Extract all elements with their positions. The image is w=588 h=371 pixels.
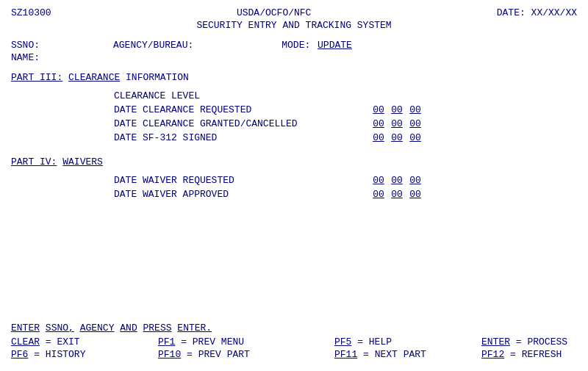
pf5-help: PF5 = HELP <box>334 336 481 347</box>
pf5-label[interactable]: PF5 <box>334 336 351 347</box>
footer-line2: CLEAR = EXIT PF1 = PREV MENU PF5 = HELP … <box>11 336 577 347</box>
waiver-app-yy[interactable]: 00 <box>408 189 423 200</box>
part4-title: PART IV: WAIVERS <box>11 156 577 168</box>
header-row: SZ10300 USDA/OCFO/NFC DATE: XX/XX/XX <box>11 7 577 18</box>
date-granted-row: DATE CLEARANCE GRANTED/CANCELLED 00 00 0… <box>11 118 577 129</box>
waiver-requested-label: DATE WAIVER REQUESTED <box>114 175 371 186</box>
date-req-mm[interactable]: 00 <box>371 104 386 115</box>
date-label: DATE: <box>497 7 526 18</box>
pf10-label[interactable]: PF10 <box>158 349 181 360</box>
ssno-label: SSNO: <box>11 40 40 51</box>
date-grant-yy[interactable]: 00 <box>408 118 423 129</box>
date-sf312-dd[interactable]: 00 <box>390 132 404 143</box>
org-name: USDA/OCFO/NFC <box>51 7 497 18</box>
agency-label: AGENCY/BUREAU: <box>113 40 193 51</box>
part3-title-rest: CLEARANCE INFORMATION <box>62 72 189 83</box>
system-name: SECURITY ENTRY AND TRACKING SYSTEM <box>11 20 577 31</box>
pf11-nextpart: PF11 = NEXT PART <box>334 349 481 360</box>
date-sf312-values: 00 00 00 <box>371 132 423 143</box>
pf5-eq: = HELP <box>357 336 392 347</box>
part3-underline: PART III: <box>11 72 62 83</box>
part3-section: PART III: CLEARANCE INFORMATION CLEARANC… <box>11 72 577 143</box>
footer: ENTER SSNO, AGENCY AND PRESS ENTER. CLEA… <box>11 323 577 360</box>
pf12-refresh: PF12 = REFRESH <box>481 349 562 360</box>
name-label: NAME: <box>11 52 40 63</box>
enter-label[interactable]: ENTER <box>481 336 510 347</box>
waiver-req-yy[interactable]: 00 <box>408 175 423 186</box>
footer-instruction: ENTER SSNO, AGENCY AND PRESS ENTER. <box>11 323 577 334</box>
info-row-2: NAME: <box>11 52 577 63</box>
pf10-eq: = PREV PART <box>187 349 250 360</box>
part4-title-rest: WAIVERS <box>57 156 102 168</box>
ssno-keyword: SSNO, <box>46 323 74 334</box>
system-id: SZ10300 <box>11 7 51 18</box>
date-grant-dd[interactable]: 00 <box>390 118 404 129</box>
date-granted-values: 00 00 00 <box>371 118 423 129</box>
mode-label: MODE: <box>282 40 310 51</box>
enter-keyword: ENTER <box>11 323 40 334</box>
date-value: XX/XX/XX <box>531 7 577 18</box>
mode-section: MODE: UPDATE <box>282 40 352 51</box>
part4-underline: PART IV: <box>11 156 57 168</box>
date-sf312-yy[interactable]: 00 <box>408 132 423 143</box>
waiver-approved-row: DATE WAIVER APPROVED 00 00 00 <box>11 189 577 200</box>
clear-label[interactable]: CLEAR <box>11 336 40 347</box>
date-req-dd[interactable]: 00 <box>390 104 404 115</box>
enter-eq: = PROCESS <box>516 336 567 347</box>
agency-keyword: AGENCY <box>80 323 115 334</box>
enter2-keyword: ENTER. <box>177 323 212 334</box>
date-requested-values: 00 00 00 <box>371 104 423 115</box>
waiver-req-dd[interactable]: 00 <box>390 175 404 186</box>
mode-value: UPDATE <box>318 40 352 51</box>
and-keyword: AND <box>120 323 137 334</box>
press-keyword: PRESS <box>143 323 172 334</box>
clear-exit: CLEAR = EXIT <box>11 336 158 347</box>
date-requested-row: DATE CLEARANCE REQUESTED 00 00 00 <box>11 104 577 115</box>
date-req-yy[interactable]: 00 <box>408 104 423 115</box>
date-sf312-row: DATE SF-312 SIGNED 00 00 00 <box>11 132 577 143</box>
clear-eq: = EXIT <box>46 336 80 347</box>
pf12-label[interactable]: PF12 <box>481 349 504 360</box>
waiver-requested-values: 00 00 00 <box>371 175 423 186</box>
footer-line3: PF6 = HISTORY PF10 = PREV PART PF11 = NE… <box>11 349 577 360</box>
part4-section: PART IV: WAIVERS DATE WAIVER REQUESTED 0… <box>11 156 577 200</box>
waiver-approved-values: 00 00 00 <box>371 189 423 200</box>
date-grant-mm[interactable]: 00 <box>371 118 386 129</box>
pf6-label[interactable]: PF6 <box>11 349 28 360</box>
pf1-label[interactable]: PF1 <box>158 336 175 347</box>
pf6-eq: = HISTORY <box>34 349 85 360</box>
waiver-req-mm[interactable]: 00 <box>371 175 386 186</box>
pf11-eq: = NEXT PART <box>363 349 426 360</box>
clearance-level-row: CLEARANCE LEVEL <box>11 90 577 101</box>
waiver-app-mm[interactable]: 00 <box>371 189 386 200</box>
clearance-level-label: CLEARANCE LEVEL <box>114 90 371 101</box>
info-row-1: SSNO: AGENCY/BUREAU: MODE: UPDATE <box>11 40 577 51</box>
pf6-history: PF6 = HISTORY <box>11 349 158 360</box>
date-sf312-label: DATE SF-312 SIGNED <box>114 132 371 143</box>
pf12-eq: = REFRESH <box>510 349 562 360</box>
pf11-label[interactable]: PF11 <box>334 349 357 360</box>
pf10-prevpart: PF10 = PREV PART <box>158 349 334 360</box>
date-requested-label: DATE CLEARANCE REQUESTED <box>114 104 371 115</box>
date-sf312-mm[interactable]: 00 <box>371 132 386 143</box>
waiver-approved-label: DATE WAIVER APPROVED <box>114 189 371 200</box>
enter-process: ENTER = PROCESS <box>481 336 567 347</box>
waiver-requested-row: DATE WAIVER REQUESTED 00 00 00 <box>11 175 577 186</box>
date-field: DATE: XX/XX/XX <box>497 7 577 18</box>
part3-title: PART III: CLEARANCE INFORMATION <box>11 72 577 83</box>
waiver-app-dd[interactable]: 00 <box>390 189 404 200</box>
date-granted-label: DATE CLEARANCE GRANTED/CANCELLED <box>114 118 371 129</box>
pf1-prevmenu: PF1 = PREV MENU <box>158 336 334 347</box>
pf1-eq: = PREV MENU <box>181 336 244 347</box>
